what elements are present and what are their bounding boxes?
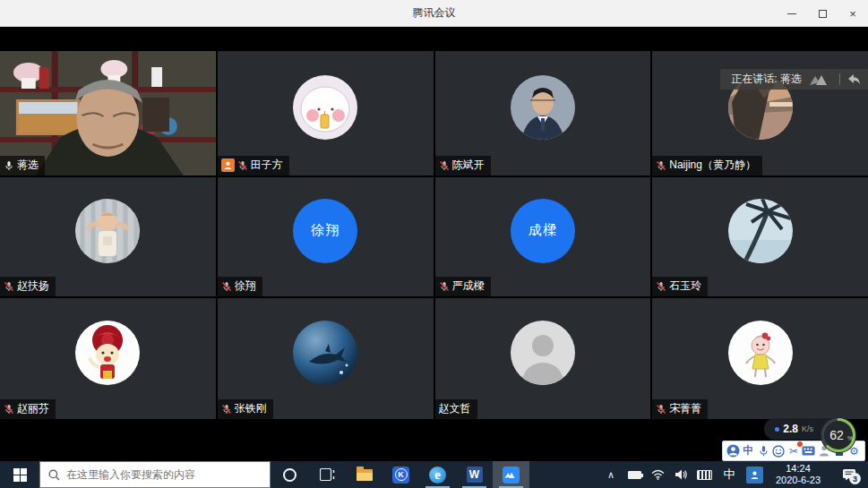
action-center-button[interactable]: 3: [830, 461, 868, 488]
participant-name: 石玉玲: [669, 278, 701, 294]
ime-lang-indicator[interactable]: 中: [742, 444, 755, 458]
wifi-icon[interactable]: [646, 461, 669, 488]
network-speed-value: 2.8: [783, 423, 798, 435]
participant-name: 蒋选: [17, 158, 39, 173]
name-tag: Naijing（黄乃静）: [652, 156, 762, 176]
participant-tile-jiangxuan[interactable]: 蒋选: [0, 51, 216, 176]
participant-tile-chenbinkai[interactable]: 陈斌开: [435, 51, 651, 176]
participant-tile-zhaolifen[interactable]: 赵丽芬: [0, 298, 216, 419]
avatar: [75, 199, 140, 263]
k-app-icon: K: [392, 467, 409, 484]
network-speed-unit: K/s: [802, 424, 813, 433]
edge-icon: e: [429, 467, 446, 484]
mic-muted-icon: [656, 404, 666, 415]
mic-on-icon: [4, 160, 14, 171]
search-input[interactable]: [66, 468, 262, 481]
ime-voice-icon[interactable]: [757, 444, 770, 458]
participant-tile-xuxiang[interactable]: 徐翔 徐翔: [218, 177, 434, 296]
window-title: 腾讯会议: [0, 5, 868, 21]
hidden-icons-chevron[interactable]: ∧: [599, 461, 623, 488]
mic-muted-icon: [221, 404, 232, 415]
avatar: [728, 199, 793, 263]
mic-muted-icon: [439, 281, 450, 292]
name-tag: 张铁刚: [218, 399, 273, 419]
ime-keyboard-icon[interactable]: [802, 444, 815, 458]
minimize-icon: [787, 13, 796, 14]
file-explorer-icon: [357, 469, 373, 481]
mic-muted-icon: [656, 160, 666, 171]
clock-time: 14:24: [786, 463, 811, 475]
ime-screenshot-scissors-icon[interactable]: ✂: [786, 444, 800, 458]
participant-name: Naijing（黄乃静）: [669, 158, 756, 173]
participant-tile-zhangtiegang[interactable]: 张铁刚: [218, 298, 434, 419]
task-view-button[interactable]: [308, 461, 346, 488]
taskbar-clock[interactable]: 14:24 2020-6-23: [766, 461, 830, 488]
scissors-glyph: ✂: [789, 445, 798, 458]
avatar-initials: 徐翔: [293, 199, 357, 263]
maximize-icon: [819, 10, 827, 18]
participant-name: 张铁刚: [235, 401, 267, 416]
avatar: [728, 321, 793, 385]
host-badge-icon: [221, 158, 235, 172]
cortana-icon: [283, 468, 296, 482]
mic-muted-icon: [221, 281, 232, 292]
network-dot-icon: [775, 427, 779, 432]
participant-name: 赵文哲: [439, 401, 471, 416]
participant-name: 陈斌开: [452, 158, 485, 173]
clock-date: 2020-6-23: [776, 475, 821, 486]
battery-ring-widget[interactable]: 62 %: [820, 416, 857, 454]
name-tag: 严成樑: [435, 277, 491, 296]
speaking-banner: 正在讲话: 蒋选: [720, 69, 868, 90]
avatar: [511, 75, 575, 140]
word-icon: W: [467, 467, 483, 483]
avatar: [293, 321, 357, 385]
svg-text:%: %: [847, 435, 853, 441]
windows-logo-icon: [13, 468, 27, 482]
collapse-arrow-icon[interactable]: [847, 73, 861, 85]
participant-tile-zhaofuyang[interactable]: 赵扶扬: [0, 177, 216, 296]
minimize-button[interactable]: [777, 0, 807, 27]
participant-tile-songjingjing[interactable]: 宋菁菁: [652, 298, 868, 419]
battery-percent-text: 62: [829, 428, 844, 442]
name-tag: 赵文哲: [435, 399, 477, 419]
input-language-indicator[interactable]: 中: [716, 461, 743, 488]
edge-browser-button[interactable]: e: [419, 461, 456, 488]
meeting-tray-icon[interactable]: [743, 461, 766, 488]
participant-grid: 蒋选 田子方: [0, 51, 868, 419]
maximize-button[interactable]: [807, 0, 838, 27]
file-explorer-button[interactable]: [346, 461, 382, 488]
app-k-button[interactable]: K: [382, 461, 419, 488]
avatar: [75, 321, 140, 385]
speaker-icon[interactable]: [669, 461, 692, 488]
ime-account-icon[interactable]: [726, 444, 740, 458]
task-view-icon: [320, 468, 335, 481]
participant-tile-shiyuling[interactable]: 石玉玲: [652, 177, 868, 296]
close-button[interactable]: ×: [838, 0, 868, 27]
participant-name: 赵丽芬: [17, 401, 49, 416]
meeting-logo-icon[interactable]: [809, 73, 832, 86]
word-button[interactable]: W: [456, 461, 493, 488]
tencent-meeting-window: 腾讯会议 ×: [0, 0, 868, 488]
mic-muted-icon: [4, 404, 14, 415]
tencent-meeting-taskbar-button[interactable]: [493, 461, 529, 488]
name-tag: 田子方: [218, 156, 289, 176]
name-tag: 宋菁菁: [652, 399, 708, 419]
avatar-initials: 成樑: [511, 199, 575, 263]
participant-tile-yanchengliang[interactable]: 成樑 严成樑: [435, 177, 651, 296]
ime-emoji-icon[interactable]: [772, 444, 786, 458]
avatar-default: [511, 321, 575, 385]
windows-taskbar: K e W ∧ 中: [0, 461, 868, 488]
close-icon: ×: [849, 8, 856, 20]
participant-tile-zhaowenzhe[interactable]: 赵文哲: [435, 298, 651, 419]
participant-name: 宋菁菁: [669, 401, 701, 416]
participant-tile-tianzifang[interactable]: 田子方: [218, 51, 434, 176]
battery-tray-icon[interactable]: [623, 461, 646, 488]
touch-keyboard-icon[interactable]: [692, 461, 716, 488]
taskbar-search[interactable]: [39, 461, 271, 488]
start-button[interactable]: [0, 461, 39, 488]
system-tray: ∧ 中 14:24 2020-6-23 3: [599, 461, 868, 488]
name-tag: 蒋选: [0, 156, 45, 176]
cortana-button[interactable]: [271, 461, 308, 488]
speaking-banner-text: 正在讲话: 蒋选: [731, 72, 802, 87]
name-tag: 赵丽芬: [0, 399, 56, 419]
